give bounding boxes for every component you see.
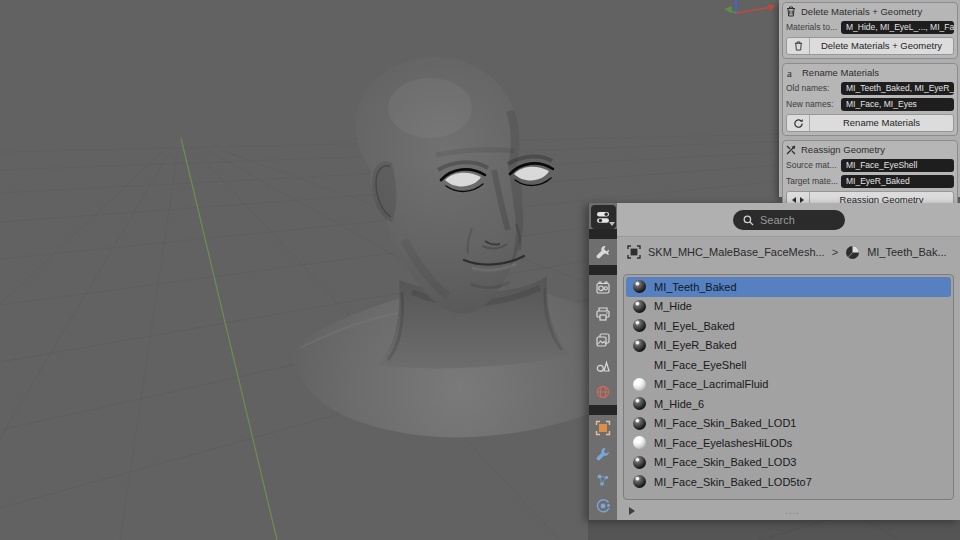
tab-render[interactable] <box>589 275 618 301</box>
particles-icon <box>595 472 611 488</box>
material-row[interactable]: MI_Face_Skin_Baked_LOD5to7 <box>626 472 951 492</box>
rename-icon-button[interactable] <box>787 115 810 131</box>
material-name: M_Hide <box>654 300 692 312</box>
search-icon <box>743 215 754 226</box>
delete-materials-subpanel: Delete Materials + Geometry Materials to… <box>782 2 958 59</box>
delete-materials-button[interactable]: Delete Materials + Geometry <box>810 38 953 54</box>
search-placeholder: Search <box>760 214 795 226</box>
refresh-icon <box>793 118 804 129</box>
svg-text:a: a <box>787 67 792 78</box>
object-icon[interactable] <box>627 245 641 259</box>
new-names-label: New names: <box>786 99 838 109</box>
printer-icon <box>595 306 611 322</box>
tab-view-layer[interactable] <box>589 327 618 353</box>
wrench-icon <box>595 446 611 462</box>
trash-icon <box>794 41 803 51</box>
material-row[interactable]: MI_Face_Skin_Baked_LOD3 <box>626 453 951 473</box>
tab-object[interactable] <box>589 415 618 441</box>
material-name: MI_EyeR_Baked <box>654 339 737 351</box>
physics-icon <box>595 498 611 514</box>
rename-materials-subpanel: a Rename Materials Old names: MI_Teeth_B… <box>782 63 958 136</box>
material-row[interactable]: MI_Face_EyeShell <box>626 355 951 375</box>
panel-grip-dots: .... <box>635 506 950 516</box>
material-name: MI_Face_EyelashesHiLODs <box>654 437 792 449</box>
materials-to-field[interactable]: M_Hide, MI_EyeL_..., MI_Face_EyeShell <box>841 21 954 34</box>
material-row[interactable]: MI_EyeL_Baked <box>626 316 951 336</box>
tab-separator <box>589 229 617 239</box>
tab-world[interactable] <box>589 379 618 405</box>
delete-materials-header[interactable]: Delete Materials + Geometry <box>786 4 954 19</box>
editor-type-button[interactable] <box>591 205 616 229</box>
rename-materials-title: Rename Materials <box>802 67 879 78</box>
material-sphere-icon <box>633 339 646 352</box>
material-name: MI_Face_LacrimalFluid <box>654 378 768 390</box>
search-input[interactable]: Search <box>733 210 845 230</box>
delete-icon-button[interactable] <box>787 38 810 54</box>
world-globe-icon <box>595 384 611 400</box>
target-material-label: Target mate... <box>786 176 838 186</box>
material-row[interactable]: MI_EyeR_Baked <box>626 336 951 356</box>
material-name: MI_Teeth_Baked <box>654 281 737 293</box>
material-sphere-icon <box>633 378 646 391</box>
new-names-field[interactable]: MI_Face, MI_Eyes <box>841 98 954 111</box>
rename-materials-button[interactable]: Rename Materials <box>810 115 953 131</box>
tab-particles[interactable] <box>589 467 618 493</box>
properties-tab-column <box>588 203 617 520</box>
breadcrumb-material-name[interactable]: MI_Teeth_Bak... <box>867 246 947 258</box>
source-material-field[interactable]: MI_Face_EyeShell <box>841 159 954 172</box>
material-name: MI_EyeL_Baked <box>654 320 735 332</box>
material-sphere-icon <box>633 475 646 488</box>
trash-icon <box>786 6 796 17</box>
tab-separator <box>589 265 617 275</box>
tool-icon <box>595 244 611 260</box>
material-icon[interactable] <box>845 245 860 260</box>
material-row[interactable]: M_Hide_6 <box>626 394 951 414</box>
chevron-down-icon <box>609 222 615 226</box>
material-sphere-icon <box>633 417 646 430</box>
reassign-geometry-title: Reassign Geometry <box>801 144 885 155</box>
rename-materials-header[interactable]: a Rename Materials <box>786 65 954 80</box>
panel-bottom-shadow <box>588 520 960 540</box>
material-sphere-icon <box>633 319 646 332</box>
object-properties-icon <box>595 420 611 436</box>
material-row[interactable]: MI_Face_Skin_Baked_LOD1 <box>626 414 951 434</box>
swap-arrows-icon <box>786 145 796 155</box>
old-names-field[interactable]: MI_Teeth_Baked, MI_EyeR_Baked <box>841 82 954 95</box>
properties-content: Search SKM_MHC_MaleBase_FaceMesh... > MI… <box>617 203 960 520</box>
material-row[interactable]: MI_Face_EyelashesHiLODs <box>626 433 951 453</box>
tab-scene[interactable] <box>589 353 618 379</box>
old-names-label: Old names: <box>786 83 838 93</box>
material-row[interactable]: MI_Teeth_Baked <box>626 277 951 297</box>
tab-output[interactable] <box>589 301 618 327</box>
tab-tool[interactable] <box>589 239 618 265</box>
delete-materials-title: Delete Materials + Geometry <box>801 6 922 17</box>
target-material-field[interactable]: MI_EyeR_Baked <box>841 175 954 188</box>
properties-header: Search <box>617 203 960 237</box>
material-name: MI_Face_EyeShell <box>654 359 746 371</box>
source-material-label: Source mat... <box>786 160 838 170</box>
cone-sphere-icon <box>595 358 611 374</box>
material-list: MI_Teeth_Baked M_Hide MI_EyeL_Baked MI_E… <box>623 274 954 500</box>
material-row[interactable]: M_Hide <box>626 297 951 317</box>
camera-back-icon <box>595 280 611 296</box>
tab-physics[interactable] <box>589 493 618 519</box>
material-sphere-icon <box>633 300 646 313</box>
material-name: M_Hide_6 <box>654 398 704 410</box>
tab-modifiers[interactable] <box>589 441 618 467</box>
material-name: MI_Face_Skin_Baked_LOD5to7 <box>654 476 812 488</box>
operator-panel: Delete Materials + Geometry Materials to… <box>779 0 960 197</box>
material-sphere-icon <box>633 456 646 469</box>
material-sphere-icon <box>633 397 646 410</box>
material-row[interactable]: MI_Face_LacrimalFluid <box>626 375 951 395</box>
properties-editor: Search SKM_MHC_MaleBase_FaceMesh... > MI… <box>588 203 960 520</box>
material-name: MI_Face_Skin_Baked_LOD1 <box>654 417 796 429</box>
materials-to-label: Materials to... <box>786 22 838 32</box>
reassign-geometry-header[interactable]: Reassign Geometry <box>786 142 954 157</box>
collapsed-panel-row[interactable]: .... <box>629 504 950 517</box>
tab-separator <box>589 405 617 415</box>
material-sphere-icon <box>633 436 646 449</box>
breadcrumb: SKM_MHC_MaleBase_FaceMesh... > MI_Teeth_… <box>617 237 960 267</box>
breadcrumb-object-name[interactable]: SKM_MHC_MaleBase_FaceMesh... <box>648 246 825 258</box>
material-name: MI_Face_Skin_Baked_LOD3 <box>654 456 796 468</box>
images-icon <box>595 332 611 348</box>
